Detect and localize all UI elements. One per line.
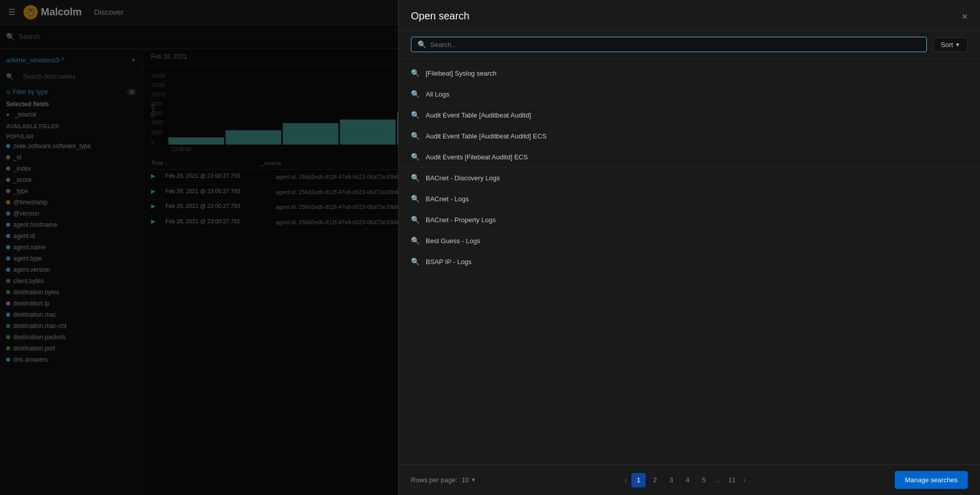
sort-label: Sort <box>941 41 953 49</box>
search-item-label: [Filebeat] Syslog search <box>426 69 497 77</box>
search-item[interactable]: 🔍 All Logs <box>399 84 980 105</box>
search-icon: 🔍 <box>411 69 420 77</box>
search-item[interactable]: 🔍 BACnet - Logs <box>399 188 980 209</box>
search-item-label: BACnet - Property Logs <box>426 216 496 224</box>
search-icon: 🔍 <box>411 216 420 224</box>
pagination-prev-button[interactable]: ‹ <box>623 476 629 485</box>
pagination-page-2[interactable]: 2 <box>648 473 662 487</box>
sort-chevron-icon: ▼ <box>955 42 960 48</box>
rows-per-page-label: Rows per page: <box>411 476 457 484</box>
search-item[interactable]: 🔍 Audit Event Table [Auditbeat Auditd] E… <box>399 126 980 147</box>
search-item[interactable]: 🔍 BACnet - Property Logs <box>399 209 980 230</box>
search-item[interactable]: 🔍 Best Guess - Logs <box>399 230 980 251</box>
pagination-page-3[interactable]: 3 <box>664 473 678 487</box>
search-icon: 🔍 <box>411 237 420 245</box>
manage-searches-button[interactable]: Manage searches <box>895 471 968 489</box>
open-search-modal: Open search × 🔍 Sort ▼ 🔍 [Filebeat] Sysl… <box>398 0 980 495</box>
pagination-page-last[interactable]: 11 <box>725 473 739 487</box>
search-item-label: Audit Event Table [Auditbeat Auditd] ECS <box>426 132 547 140</box>
modal-footer: Rows per page: 10 ▼ ‹ 1 2 3 4 5 ... 11 ›… <box>399 464 980 495</box>
search-icon: 🔍 <box>411 132 420 140</box>
search-item-label: BSAP IP - Logs <box>426 258 472 266</box>
search-item-label: All Logs <box>426 90 449 98</box>
modal-search-icon: 🔍 <box>418 40 426 49</box>
search-item[interactable]: 🔍 BACnet - Discovery Logs <box>399 168 980 188</box>
pagination-page-4[interactable]: 4 <box>680 473 695 487</box>
search-icon: 🔍 <box>411 257 420 266</box>
search-item[interactable]: 🔍 BSAP IP - Logs <box>399 251 980 272</box>
rows-per-page: Rows per page: 10 ▼ <box>411 476 476 484</box>
search-item-label: BACnet - Logs <box>426 195 469 203</box>
rows-per-page-value: 10 <box>461 476 469 484</box>
search-item-label: Best Guess - Logs <box>426 237 480 245</box>
search-item[interactable]: 🔍 [Filebeat] Syslog search <box>399 63 980 84</box>
pagination-next-button[interactable]: › <box>741 476 748 485</box>
modal-title: Open search <box>411 10 470 22</box>
rows-chevron-icon: ▼ <box>471 477 476 483</box>
search-item-label: BACnet - Discovery Logs <box>426 174 500 182</box>
modal-header: Open search × <box>399 0 980 31</box>
modal-search-input-wrap: 🔍 <box>411 37 927 52</box>
search-icon: 🔍 <box>411 111 420 119</box>
search-icon: 🔍 <box>411 174 420 182</box>
sort-button[interactable]: Sort ▼ <box>933 37 968 52</box>
search-icon: 🔍 <box>411 195 420 203</box>
modal-close-button[interactable]: × <box>962 11 968 21</box>
search-icon: 🔍 <box>411 153 420 161</box>
modal-search-list: 🔍 [Filebeat] Syslog search 🔍 All Logs 🔍 … <box>399 59 980 464</box>
modal-search-row: 🔍 Sort ▼ <box>399 31 980 59</box>
search-item-label: Audit Events [Filebeat Auditd] ECS <box>426 153 528 161</box>
search-item-label: Audit Event Table [Auditbeat Auditd] <box>426 111 531 119</box>
pagination: ‹ 1 2 3 4 5 ... 11 › <box>623 473 748 487</box>
rows-per-page-select[interactable]: 10 ▼ <box>461 476 476 484</box>
pagination-page-1[interactable]: 1 <box>631 473 646 487</box>
pagination-ellipsis: ... <box>713 476 723 484</box>
pagination-page-5[interactable]: 5 <box>697 473 711 487</box>
search-icon: 🔍 <box>411 90 420 98</box>
search-item[interactable]: 🔍 Audit Events [Filebeat Auditd] ECS <box>399 147 980 168</box>
modal-search-input[interactable] <box>430 41 920 49</box>
search-item[interactable]: 🔍 Audit Event Table [Auditbeat Auditd] <box>399 105 980 126</box>
